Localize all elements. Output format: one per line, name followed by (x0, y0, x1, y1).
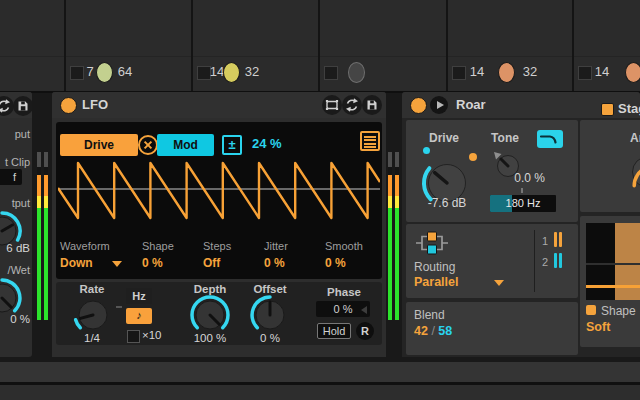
track-pan-value[interactable]: 32 (240, 64, 264, 79)
track-divider (446, 0, 448, 91)
map-target-button[interactable]: Drive (60, 134, 138, 156)
amount-knob[interactable] (626, 150, 640, 194)
param-label: Smooth (325, 240, 363, 252)
device-on-led[interactable] (410, 97, 427, 114)
mod-button[interactable]: Mod (157, 134, 214, 156)
drive-value[interactable]: -7.6 dB (414, 196, 480, 210)
param-label: Jitter (264, 240, 288, 252)
lfo-waveform-display[interactable] (58, 158, 380, 224)
blend-b[interactable]: 58 (438, 324, 452, 338)
routing-label: Routing (414, 260, 455, 274)
unmap-icon[interactable] (137, 134, 159, 156)
device-title: Roar (456, 97, 486, 112)
lowpass-filter-icon[interactable] (537, 130, 563, 148)
mod-range-icon[interactable]: ± (222, 135, 242, 155)
hot-swap-icon[interactable] (0, 96, 14, 116)
audition-play-icon[interactable] (430, 96, 448, 114)
save-preset-icon[interactable] (362, 95, 382, 115)
track-divider (64, 0, 66, 91)
phase-label: Phase (316, 286, 372, 298)
blend-value[interactable]: 42 / 58 (414, 324, 452, 338)
tone-freq-box[interactable]: 180 Hz (490, 195, 556, 212)
depth-knob[interactable] (190, 295, 230, 335)
shape-value[interactable]: 0 % (142, 256, 163, 270)
phase-value-box[interactable]: 0 % (316, 301, 370, 317)
stage2-number[interactable]: 2 (542, 256, 548, 268)
note-sync-button[interactable]: ♪ (126, 308, 152, 324)
routing-select[interactable]: Parallel (414, 275, 458, 289)
routing-panel: Routing Parallel 1 2 (406, 224, 578, 298)
shape-select[interactable]: Soft (586, 320, 610, 334)
retrigger-button[interactable]: R (356, 322, 374, 340)
depth-value[interactable]: 100 % (182, 332, 238, 344)
device-title-bar[interactable] (0, 92, 32, 118)
jitter-value[interactable]: 0 % (264, 256, 285, 270)
save-preset-icon[interactable] (13, 96, 32, 116)
tone-value[interactable]: 0.0 % (497, 171, 545, 185)
stage1-indicator-icon[interactable] (554, 232, 564, 247)
ableton-live-window: 7 64 14 32 14 32 14 (0, 0, 640, 400)
parallel-routing-icon (414, 228, 450, 258)
smooth-value[interactable]: 0 % (325, 256, 346, 270)
clip-stop-button[interactable] (324, 66, 338, 80)
mod-tick (521, 188, 523, 193)
dropdown-arrow-icon[interactable] (112, 261, 122, 267)
device-title: LFO (82, 97, 108, 112)
panel-divider (534, 230, 535, 292)
shape-color-swatch (586, 305, 596, 315)
dropdown-arrow-icon[interactable] (494, 280, 504, 286)
waveform-select[interactable]: Down (60, 256, 93, 270)
stage1-number[interactable]: 1 (542, 235, 548, 247)
tone-label: Tone (485, 131, 525, 145)
level-meter (388, 152, 399, 320)
lfo-title-bar[interactable]: LFO (52, 92, 386, 118)
mapping-list-icon[interactable] (360, 131, 380, 151)
track-midi-value[interactable]: 14 (465, 64, 489, 79)
clipped-label: put (0, 128, 30, 140)
x10-checkbox[interactable] (127, 330, 140, 343)
hold-button[interactable]: Hold (317, 323, 351, 339)
blend-a[interactable]: 42 (414, 324, 428, 338)
dry-wet-knob[interactable] (0, 278, 22, 318)
offset-value[interactable]: 0 % (242, 332, 298, 344)
stage2-indicator-icon[interactable] (554, 253, 564, 268)
param-label: Waveform (60, 240, 110, 252)
output-value[interactable]: 6 dB (0, 242, 30, 254)
multi-map-icon[interactable] (322, 95, 342, 115)
tone-freq-value: 180 Hz (506, 197, 541, 209)
pan-knob[interactable] (96, 62, 113, 83)
soft-clip-value[interactable]: f (0, 169, 22, 185)
pan-knob[interactable] (223, 62, 240, 83)
param-label: Shape (142, 240, 174, 252)
clip-row-separator (0, 56, 640, 57)
pan-knob[interactable] (498, 62, 515, 83)
clipped-label: tput (0, 197, 30, 209)
stage-color-swatch[interactable] (601, 103, 614, 116)
shaper-curve-display[interactable] (586, 223, 640, 300)
dry-wet-value[interactable]: 0 % (0, 313, 30, 325)
steps-value[interactable]: Off (203, 256, 220, 270)
rate-value[interactable]: 1/4 (72, 332, 112, 344)
track-divider (191, 0, 193, 91)
roar-title-bar[interactable]: Roar Stage (402, 92, 640, 118)
blend-label: Blend (414, 308, 445, 322)
track-midi-value[interactable]: 14 (590, 64, 614, 79)
rate-knob[interactable] (73, 295, 113, 335)
device-area-footer (0, 362, 640, 382)
clip-stop-button[interactable] (452, 66, 466, 80)
mod-amount-value[interactable]: 24 % (252, 136, 282, 151)
track-pan-value[interactable]: 64 (113, 64, 137, 79)
phase-drag-arrow-icon (361, 306, 367, 314)
lfo-knob-panel: Rate 1/4 Hz ♪ ×10 Depth 100 % Offset (56, 282, 382, 345)
param-label: Steps (203, 240, 231, 252)
pan-knob[interactable] (625, 62, 640, 83)
offset-knob[interactable] (250, 295, 290, 335)
track-pan-value[interactable]: 32 (518, 64, 542, 79)
level-meter (37, 152, 48, 320)
hot-swap-icon[interactable] (342, 95, 362, 115)
hz-mode-button[interactable]: Hz (126, 288, 152, 304)
shaper-panel: Shape Soft (580, 216, 640, 347)
device-on-led[interactable] (60, 97, 77, 114)
pan-knob[interactable] (348, 62, 365, 83)
roar-device: Roar Stage Drive -7.6 dB Tone 0.0 % (402, 92, 640, 357)
